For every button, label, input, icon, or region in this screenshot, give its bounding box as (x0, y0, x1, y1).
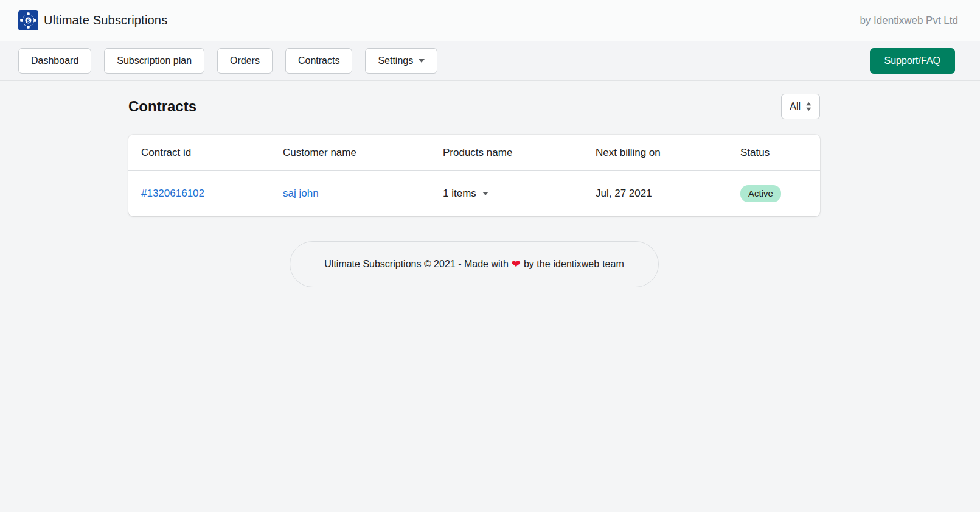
column-header-status: Status (728, 135, 820, 171)
table-row: #1320616102 saj john 1 items Jul, 27 202… (128, 171, 820, 217)
column-header-next-billing-on: Next billing on (583, 135, 728, 171)
nav-dashboard-label: Dashboard (31, 55, 78, 67)
column-header-products-name: Products name (430, 135, 583, 171)
contracts-table-card: Contract id Customer name Products name … (128, 135, 820, 216)
vendor-byline: by Identixweb Pvt Ltd (860, 15, 958, 27)
customer-name-link[interactable]: saj john (283, 188, 319, 199)
column-header-contract-id: Contract id (128, 135, 270, 171)
chevron-down-icon (419, 59, 425, 63)
footer-credit-pill: Ultimate Subscriptions © 2021 - Made wit… (290, 241, 658, 287)
nav-contracts-button[interactable]: Contracts (285, 48, 352, 74)
footer: Ultimate Subscriptions © 2021 - Made wit… (128, 241, 820, 287)
footer-text-middle: by the (524, 259, 551, 270)
nav-settings-button[interactable]: Settings (365, 48, 437, 74)
contracts-table: Contract id Customer name Products name … (128, 135, 820, 216)
table-header-row: Contract id Customer name Products name … (128, 135, 820, 171)
identixweb-link[interactable]: identixweb (554, 259, 600, 270)
top-header: $ Ultimate Subscriptions by Identixweb P… (0, 0, 980, 41)
app-logo-icon: $ (18, 10, 38, 30)
nav-orders-button[interactable]: Orders (217, 48, 273, 74)
page-title: Contracts (128, 98, 196, 115)
status-filter-value: All (790, 101, 801, 112)
page-content: Contracts All Contract id Customer name … (128, 94, 820, 287)
svg-text:$: $ (27, 18, 30, 24)
chevron-down-icon (482, 192, 488, 195)
footer-text-before: Ultimate Subscriptions © 2021 - Made wit… (324, 259, 509, 270)
nav-subscription-plan-button[interactable]: Subscription plan (104, 48, 204, 74)
products-dropdown-toggle[interactable]: 1 items (443, 188, 488, 200)
status-badge: Active (740, 185, 781, 202)
main-nav: Dashboard Subscription plan Orders Contr… (0, 41, 980, 81)
column-header-customer-name: Customer name (270, 135, 430, 171)
contract-id-link[interactable]: #1320616102 (141, 188, 204, 199)
app-title: Ultimate Subscriptions (44, 13, 167, 27)
heart-icon: ❤ (512, 259, 521, 269)
nav-dashboard-button[interactable]: Dashboard (18, 48, 91, 74)
support-faq-button[interactable]: Support/FAQ (870, 48, 956, 74)
next-billing-date: Jul, 27 2021 (596, 188, 652, 199)
products-count-label: 1 items (443, 188, 476, 200)
nav-contracts-label: Contracts (298, 55, 339, 67)
nav-settings-label: Settings (378, 55, 413, 67)
footer-text-after: team (602, 259, 624, 270)
nav-subscription-plan-label: Subscription plan (117, 55, 192, 67)
nav-orders-label: Orders (230, 55, 260, 67)
support-faq-label: Support/FAQ (884, 55, 941, 66)
status-filter-select[interactable]: All (781, 94, 820, 119)
updown-arrows-icon (806, 102, 811, 111)
page-title-row: Contracts All (128, 94, 820, 119)
